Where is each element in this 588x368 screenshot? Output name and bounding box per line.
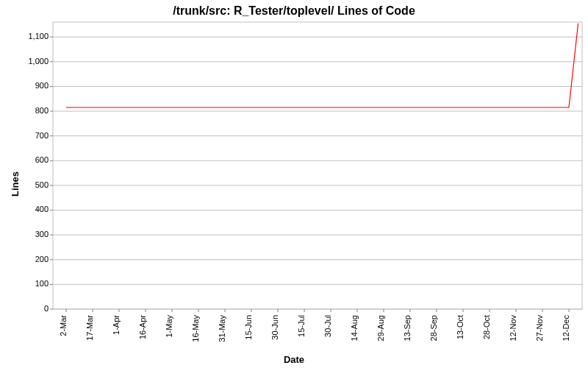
tick-label-x: 1-May bbox=[165, 315, 173, 338]
tick-label-y: 900 bbox=[35, 81, 49, 90]
tick-label-x: 28-Sep bbox=[429, 315, 438, 341]
chart-container: /trunk/src: R_Tester/toplevel/ Lines of … bbox=[0, 0, 588, 368]
tick-label-x: 15-Jun bbox=[244, 315, 253, 340]
tick-label-x: 17-Mar bbox=[85, 315, 94, 341]
tick-label-x: 14-Aug bbox=[350, 315, 359, 341]
tick-label-x: 2-Mar bbox=[59, 315, 68, 336]
tick-label-y: 0 bbox=[44, 304, 49, 313]
tick-label-x: 16-Apr bbox=[138, 315, 147, 339]
tick-label-x: 1-Apr bbox=[112, 315, 121, 335]
tick-label-y: 200 bbox=[35, 255, 49, 263]
tick-label-y: 800 bbox=[35, 106, 49, 115]
tick-label-x: 13-Sep bbox=[403, 315, 412, 341]
tick-label-y: 400 bbox=[35, 205, 49, 213]
tick-label-x: 27-Nov bbox=[535, 315, 544, 342]
tick-label-x: 13-Oct bbox=[456, 315, 465, 339]
tick-label-x: 30-Jul bbox=[323, 315, 332, 337]
tick-label-x: 12-Nov bbox=[509, 315, 517, 342]
tick-label-x: 29-Aug bbox=[376, 315, 385, 341]
tick-label-x: 12-Dec bbox=[562, 315, 570, 342]
tick-label-x: 31-May bbox=[218, 315, 226, 342]
plot-area bbox=[53, 22, 582, 309]
tick-label-x: 16-May bbox=[191, 315, 200, 342]
tick-label-y: 100 bbox=[35, 279, 49, 288]
tick-label-x: 28-Oct bbox=[482, 315, 491, 339]
chart-plot: 01002003004005006007008009001,0001,1002-… bbox=[0, 0, 588, 368]
tick-label-y: 300 bbox=[35, 230, 49, 238]
tick-label-y: 500 bbox=[35, 180, 49, 189]
tick-label-y: 600 bbox=[35, 155, 49, 164]
tick-label-x: 15-Jul bbox=[297, 315, 306, 337]
tick-label-y: 1,100 bbox=[28, 32, 49, 40]
tick-label-y: 700 bbox=[35, 131, 49, 140]
tick-label-y: 1,000 bbox=[28, 57, 49, 66]
tick-label-x: 30-Jun bbox=[270, 315, 279, 340]
